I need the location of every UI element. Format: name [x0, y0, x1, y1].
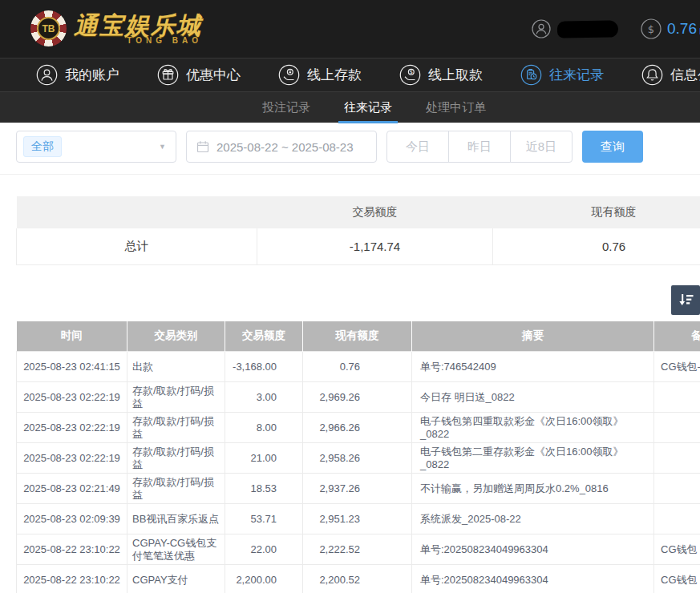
sort-button[interactable]	[671, 285, 700, 315]
bell-icon	[641, 64, 663, 86]
col-header-remark: 备注	[654, 321, 700, 352]
cell-type: CGPAY支付	[127, 565, 225, 593]
cell-amount: 18.53	[225, 474, 303, 504]
gift-icon	[157, 64, 179, 86]
logo: TB 通宝娱乐城 TONG BAO	[30, 10, 202, 46]
cell-summary: 电子钱包第四重取款彩金《次日16:00领取》_0822	[412, 413, 654, 443]
type-select[interactable]: 全部 ▼	[16, 131, 176, 163]
nav-label: 往来记录	[549, 66, 604, 84]
selected-type-tag[interactable]: 全部	[23, 136, 62, 157]
summary-header-transaction: 交易额度	[257, 196, 493, 228]
cell-amount: 3.00	[225, 382, 303, 413]
nav-item-announcements[interactable]: 信息公告	[641, 64, 700, 86]
cell-balance: 2,966.26	[303, 413, 412, 443]
sub-nav: 投注记录 往来记录 处理中订单	[0, 91, 700, 123]
nav-item-promotions[interactable]: 优惠中心	[157, 64, 241, 86]
nav-label: 线上取款	[428, 66, 483, 84]
cell-summary: 今日存 明日送_0822	[412, 382, 654, 413]
cell-amount: 53.71	[225, 504, 303, 535]
cell-type: BB视讯百家乐返点	[127, 504, 225, 535]
summary-header-empty	[17, 196, 257, 228]
nav-label: 优惠中心	[186, 66, 241, 84]
user-icon	[36, 64, 58, 86]
cell-balance: 2,969.26	[303, 382, 412, 413]
cell-remark	[654, 382, 700, 413]
cell-type: CGPAY-CG钱包支付笔笔送优惠	[127, 535, 225, 565]
cell-summary: 单号:746542409	[412, 352, 654, 382]
table-row: 2025-08-23 02:09:39 BB视讯百家乐返点 53.71 2,95…	[17, 504, 700, 535]
cell-amount: 22.00	[225, 535, 303, 565]
tab-pending-orders[interactable]: 处理中订单	[420, 92, 492, 123]
table-row: 2025-08-22 23:10:22 CGPAY支付 2,200.00 2,2…	[17, 565, 700, 593]
username-redacted	[557, 20, 618, 38]
cell-time: 2025-08-23 02:22:19	[17, 382, 127, 413]
cell-type: 存款/取款/打码/损益	[127, 443, 225, 474]
cell-summary: 不计输赢，另加赠送周周反水0.2%_0816	[412, 474, 654, 504]
search-button[interactable]: 查询	[582, 131, 643, 163]
site-subtitle: TONG BAO	[74, 36, 202, 45]
col-header-type: 交易类别	[127, 321, 225, 352]
cell-time: 2025-08-22 23:10:22	[17, 565, 127, 593]
records-header-row: 时间 交易类别 交易额度 现有额度 摘要 备注	[17, 321, 700, 352]
site-title: 通宝娱乐城	[74, 13, 202, 38]
cell-balance: 2,937.26	[303, 474, 412, 504]
chevron-down-icon: ▼	[159, 143, 166, 151]
nav-item-transaction-records[interactable]: 往来记录	[520, 64, 604, 86]
table-row: 2025-08-23 02:22:19 存款/取款/打码/损益 21.00 2,…	[17, 443, 700, 474]
records-clipboard-clock-icon	[520, 64, 542, 86]
summary-total-label: 总计	[17, 228, 257, 264]
filter-bar: 全部 ▼ 2025-08-22 ~ 2025-08-23 今日 昨日 近8日 查…	[16, 131, 700, 163]
svg-text:$: $	[410, 69, 413, 75]
dollar-coin-icon: $	[641, 18, 662, 39]
cell-type: 存款/取款/打码/损益	[127, 382, 225, 413]
cell-amount: 2,200.00	[225, 565, 303, 593]
svg-text:$: $	[648, 23, 654, 35]
content: 全部 ▼ 2025-08-22 ~ 2025-08-23 今日 昨日 近8日 查…	[0, 131, 700, 593]
last-8-days-button[interactable]: 近8日	[510, 131, 573, 163]
records-tbody: 2025-08-23 02:41:15 出款 -3,168.00 0.76 单号…	[17, 352, 700, 593]
col-header-amount: 交易额度	[225, 321, 303, 352]
col-header-summary: 摘要	[412, 321, 654, 352]
quick-date-buttons: 今日 昨日 近8日	[386, 131, 573, 163]
cell-type: 存款/取款/打码/损益	[127, 474, 225, 504]
logo-chip-text: TB	[37, 17, 60, 40]
table-row: 2025-08-23 02:22:19 存款/取款/打码/损益 8.00 2,9…	[17, 413, 700, 443]
date-range-input[interactable]: 2025-08-22 ~ 2025-08-23	[186, 131, 377, 163]
tab-transaction-records[interactable]: 往来记录	[338, 92, 398, 123]
table-row: 2025-08-23 02:21:49 存款/取款/打码/损益 18.53 2,…	[17, 474, 700, 504]
tab-betting-records[interactable]: 投注记录	[257, 92, 316, 123]
cell-remark	[654, 443, 700, 474]
cell-amount: 21.00	[225, 443, 303, 474]
user-icon	[532, 19, 551, 38]
nav-label: 我的账户	[65, 66, 119, 84]
cell-amount: -3,168.00	[225, 352, 303, 382]
col-header-time: 时间	[17, 321, 127, 352]
cell-summary: 电子钱包第二重存款彩金《次日16:00领取》_0822	[412, 443, 654, 474]
cell-balance: 2,200.52	[303, 565, 412, 593]
date-range-value: 2025-08-22 ~ 2025-08-23	[216, 140, 354, 154]
nav-item-withdraw[interactable]: $ 线上取款	[399, 64, 483, 86]
poker-chip-logo-icon: TB	[30, 10, 67, 46]
withdraw-coin-hand-icon: $	[399, 64, 421, 86]
yesterday-button[interactable]: 昨日	[448, 131, 511, 163]
table-row: 2025-08-23 02:22:19 存款/取款/打码/损益 3.00 2,9…	[17, 382, 700, 413]
summary-balance-total: 0.76	[493, 228, 700, 264]
calendar-icon	[196, 140, 209, 153]
cell-balance: 2,951.23	[303, 504, 412, 535]
records-table: 时间 交易类别 交易额度 现有额度 摘要 备注 2025-08-23 02:41…	[16, 321, 700, 593]
cell-type: 出款	[127, 352, 225, 382]
cell-type: 存款/取款/打码/损益	[127, 413, 225, 443]
today-button[interactable]: 今日	[386, 131, 449, 163]
nav-item-my-account[interactable]: 我的账户	[36, 64, 119, 86]
summary-header-balance: 现有额度	[493, 196, 700, 228]
main-nav: 我的账户 优惠中心 线上存款 $ 线上取款	[0, 58, 700, 91]
balance-amount: 0.76	[667, 20, 697, 38]
top-header: TB 通宝娱乐城 TONG BAO $ 0.76 R	[0, 0, 700, 58]
cell-remark	[654, 504, 700, 535]
summary-table: 交易额度 现有额度 总计 -1,174.74 0.76	[16, 196, 700, 265]
nav-item-deposit[interactable]: 线上存款	[278, 64, 362, 86]
nav-label: 线上存款	[307, 66, 362, 84]
cell-remark	[654, 474, 700, 504]
table-row: 2025-08-22 23:10:22 CGPAY-CG钱包支付笔笔送优惠 22…	[17, 535, 700, 565]
cell-amount: 8.00	[225, 413, 303, 443]
